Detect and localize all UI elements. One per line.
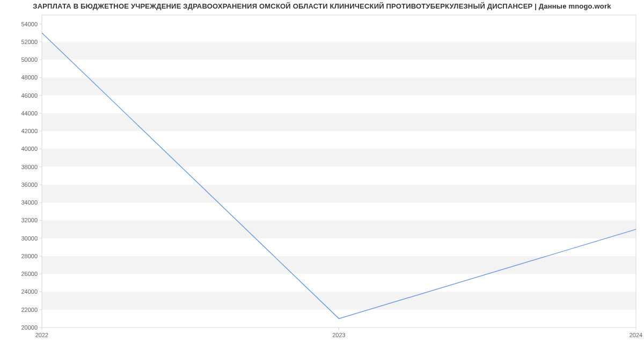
- svg-rect-8: [42, 15, 636, 328]
- svg-text:30000: 30000: [21, 235, 38, 242]
- svg-text:2022: 2022: [35, 332, 48, 338]
- svg-text:48000: 48000: [21, 74, 38, 81]
- svg-text:20000: 20000: [21, 324, 38, 331]
- svg-text:52000: 52000: [21, 39, 38, 45]
- svg-rect-6: [42, 77, 636, 95]
- chart-title: ЗАРПЛАТА В БЮДЖЕТНОЕ УЧРЕЖДЕНИЕ ЗДРАВООХ…: [0, 2, 644, 10]
- svg-rect-5: [42, 113, 636, 131]
- svg-text:34000: 34000: [21, 199, 38, 206]
- svg-rect-4: [42, 149, 636, 166]
- svg-rect-7: [42, 42, 636, 60]
- svg-text:2023: 2023: [332, 332, 345, 338]
- svg-text:50000: 50000: [21, 56, 38, 63]
- svg-text:36000: 36000: [21, 181, 38, 188]
- line-chart: ЗАРПЛАТА В БЮДЖЕТНОЕ УЧРЕЖДЕНИЕ ЗДРАВООХ…: [0, 0, 644, 349]
- svg-rect-2: [42, 220, 636, 238]
- svg-text:54000: 54000: [21, 21, 38, 27]
- svg-text:42000: 42000: [21, 128, 38, 134]
- svg-text:32000: 32000: [21, 217, 38, 223]
- svg-rect-1: [42, 256, 636, 274]
- svg-text:38000: 38000: [21, 164, 38, 170]
- svg-text:26000: 26000: [21, 271, 38, 277]
- svg-text:46000: 46000: [21, 92, 38, 99]
- svg-text:40000: 40000: [21, 146, 38, 152]
- svg-text:28000: 28000: [21, 253, 38, 259]
- svg-text:44000: 44000: [21, 110, 38, 117]
- svg-rect-0: [42, 292, 636, 309]
- svg-text:2024: 2024: [630, 332, 642, 338]
- chart-svg: 2000022000240002600028000300003200034000…: [0, 0, 644, 349]
- svg-text:24000: 24000: [21, 288, 38, 295]
- svg-text:22000: 22000: [21, 307, 38, 313]
- svg-rect-3: [42, 185, 636, 202]
